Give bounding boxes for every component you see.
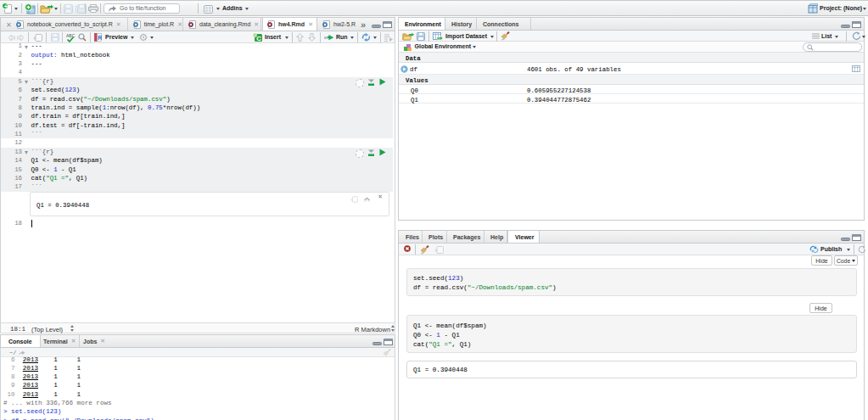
svg-text:R: R xyxy=(98,35,102,41)
svg-text:C: C xyxy=(256,35,261,42)
